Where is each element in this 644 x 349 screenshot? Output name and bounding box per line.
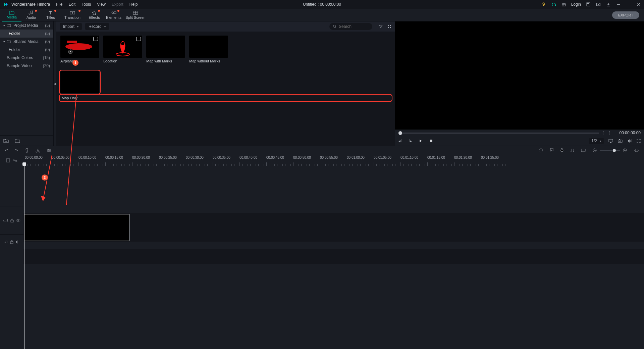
marker-icon[interactable] — [550, 148, 553, 153]
window-minimize-icon[interactable] — [616, 2, 621, 7]
tab-media[interactable]: Media — [2, 9, 21, 21]
track-body[interactable] — [23, 166, 644, 349]
playhead[interactable] — [24, 166, 24, 349]
tab-split-screen[interactable]: Split Screen — [123, 9, 148, 21]
edit-settings-icon[interactable] — [47, 148, 52, 152]
prev-frame-icon[interactable]: ◂Ⅰ — [398, 139, 402, 143]
menu-view[interactable]: View — [97, 2, 106, 7]
ruler-label: 00:00:55:00 — [320, 156, 338, 159]
tab-titles[interactable]: Titles — [41, 9, 60, 21]
media-thumb-map-only[interactable]: Map Only — [60, 71, 391, 101]
ruler-label: 00:01:20:00 — [454, 156, 472, 159]
play-icon[interactable] — [419, 139, 423, 143]
next-frame-icon[interactable]: Ⅰ▸ — [409, 139, 412, 143]
headset-icon[interactable] — [551, 2, 556, 7]
gift-icon[interactable] — [561, 2, 567, 7]
svg-point-34 — [36, 151, 37, 152]
preview-timecode: 00:00:00:00 — [614, 131, 641, 135]
svg-point-24 — [70, 51, 71, 52]
open-folder-icon[interactable] — [15, 138, 20, 143]
time-ruler[interactable]: 00:00:00:0000:00:05:0000:00:10:0000:00:1… — [23, 155, 644, 166]
monitor-icon[interactable] — [608, 139, 613, 143]
zoom-knob[interactable] — [613, 149, 616, 152]
svg-rect-51 — [6, 161, 10, 161]
mail-icon[interactable] — [596, 2, 601, 7]
volume-icon[interactable] — [627, 139, 632, 143]
zoom-fit-icon[interactable] — [634, 148, 639, 152]
caption-icon[interactable] — [581, 148, 586, 152]
sidebar-item-sample-colors[interactable]: Sample Colors(15) — [0, 54, 53, 62]
record-dropdown[interactable]: Record▾ — [85, 23, 109, 30]
lightbulb-icon[interactable] — [541, 2, 546, 7]
split-icon[interactable] — [36, 148, 40, 153]
search-box[interactable] — [329, 23, 372, 30]
export-button[interactable]: EXPORT — [612, 11, 639, 19]
window-maximize-icon[interactable] — [626, 2, 631, 7]
window-close-icon[interactable] — [636, 2, 641, 7]
delete-icon[interactable] — [25, 148, 29, 153]
svg-rect-8 — [617, 4, 620, 5]
sidebar-collapse-handle[interactable]: ◀ — [54, 21, 56, 146]
render-icon[interactable] — [539, 148, 543, 153]
menu-bar: File Edit Tools View Export Help — [56, 2, 138, 7]
sidebar-item-shared-media[interactable]: ▾Shared Media(0) — [0, 38, 53, 46]
login-link[interactable]: Login — [571, 2, 581, 7]
zoom-controls — [592, 148, 627, 153]
zoom-in-icon[interactable] — [623, 148, 627, 153]
project-title: Untitled : 00:00:00:00 — [303, 2, 341, 7]
save-icon[interactable] — [586, 2, 591, 7]
zoom-slider[interactable] — [600, 150, 620, 151]
snapshot-icon[interactable] — [618, 139, 623, 143]
sidebar-item-folder[interactable]: Folder(0) — [0, 46, 53, 54]
svg-rect-41 — [581, 149, 585, 152]
mark-in-icon[interactable]: { — [602, 131, 604, 135]
sidebar-item-sample-video[interactable]: Sample Video(20) — [0, 62, 53, 70]
svg-rect-31 — [618, 140, 622, 143]
menu-file[interactable]: File — [56, 2, 62, 7]
media-thumb-map-without-marks[interactable]: Map without Marks — [189, 36, 228, 63]
preview-canvas[interactable] — [395, 21, 644, 130]
scrub-knob[interactable] — [398, 131, 402, 135]
voiceover-icon[interactable] — [560, 148, 564, 153]
mute-icon[interactable] — [15, 240, 19, 244]
svg-rect-9 — [627, 3, 630, 6]
tab-transition[interactable]: Transition — [60, 9, 85, 21]
media-thumb-airplane[interactable]: Airplane — [60, 36, 99, 63]
fullscreen-icon[interactable] — [637, 139, 641, 143]
svg-rect-54 — [10, 242, 13, 244]
drop-target-clip[interactable] — [24, 214, 129, 241]
media-thumb-location[interactable]: Location — [103, 36, 142, 63]
media-thumb-map-with-marks[interactable]: Map with Marks — [146, 36, 185, 63]
import-dropdown[interactable]: Import▾ — [60, 23, 82, 30]
link-icon[interactable] — [13, 159, 17, 162]
track-manage-icon[interactable] — [6, 158, 10, 162]
undo-icon[interactable]: ↶ — [5, 148, 8, 153]
tab-audio[interactable]: Audio — [21, 9, 41, 21]
lock-icon[interactable] — [10, 218, 14, 222]
download-icon[interactable] — [606, 2, 611, 7]
eye-icon[interactable] — [16, 219, 20, 222]
sidebar-item-project-media[interactable]: ▾Project Media(5) — [0, 21, 53, 30]
audio-lane[interactable] — [23, 249, 644, 264]
ruler-label: 00:00:25:00 — [159, 156, 177, 159]
redo-icon[interactable]: ↷ — [15, 148, 18, 153]
tab-elements[interactable]: Elements — [104, 9, 123, 21]
sidebar-item-folder[interactable]: Folder(5) — [0, 30, 53, 38]
menu-edit[interactable]: Edit — [69, 2, 76, 7]
svg-point-36 — [48, 149, 49, 150]
svg-point-38 — [49, 151, 50, 152]
new-folder-icon[interactable] — [3, 138, 9, 143]
scrub-bar[interactable] — [398, 133, 599, 134]
preview-scale-dropdown[interactable]: 1/2▾ — [589, 138, 604, 144]
menu-help[interactable]: Help — [129, 2, 138, 7]
audio-mixer-icon[interactable] — [570, 148, 574, 153]
menu-tools[interactable]: Tools — [82, 2, 91, 7]
stop-icon[interactable] — [429, 139, 433, 143]
mark-out-icon[interactable]: } — [609, 131, 610, 135]
lock-icon[interactable] — [10, 240, 13, 244]
zoom-out-icon[interactable] — [592, 148, 597, 153]
tab-effects[interactable]: Effects — [85, 9, 104, 21]
filter-icon[interactable] — [378, 24, 383, 29]
grid-view-icon[interactable] — [387, 24, 392, 29]
search-input[interactable] — [339, 24, 369, 29]
